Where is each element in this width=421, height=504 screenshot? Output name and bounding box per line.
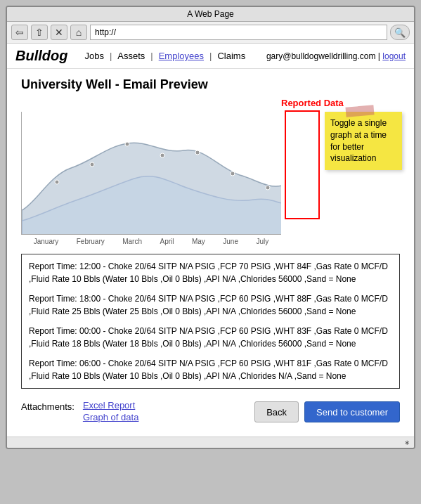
svg-point-4 (195, 150, 200, 155)
title-bar: A Web Page (7, 7, 414, 22)
report-entry-1: Report Time: 12:00 - Choke 20/64 SITP N/… (29, 260, 392, 285)
main-content: University Well - Email Preview (7, 69, 414, 437)
nav-jobs[interactable]: Jobs (79, 49, 109, 63)
report-entry-3: Report Time: 00:00 - Choke 20/64 SITP N/… (29, 325, 392, 350)
x-label-mar: March (122, 238, 142, 245)
x-label-jun: June (223, 238, 238, 245)
forward-nav-button[interactable]: ⇧ (31, 25, 48, 40)
site-nav: Jobs | Assets | Employees | Claims (79, 49, 266, 63)
nav-employees[interactable]: Employees (153, 49, 209, 63)
browser-toolbar: ⇦ ⇧ ✕ ⌂ 🔍 (7, 22, 414, 44)
x-label-jul: July (256, 238, 268, 245)
site-header: Bulldog Jobs | Assets | Employees | Clai… (7, 44, 414, 69)
site-logo: Bulldog (15, 48, 67, 64)
svg-point-0 (55, 180, 59, 184)
browser-window: A Web Page ⇦ ⇧ ✕ ⌂ 🔍 Bulldog Jobs | Asse… (6, 6, 415, 449)
user-info: gary@bulldogwelldrilling.com | logout (266, 51, 406, 61)
attachments-links: Excel Report Graph of data (83, 400, 139, 422)
nav-claims[interactable]: Claims (212, 49, 251, 63)
nav-assets[interactable]: Assets (112, 49, 150, 63)
graph-of-data-link[interactable]: Graph of data (83, 412, 139, 422)
svg-point-3 (160, 153, 164, 157)
home-button[interactable]: ⌂ (70, 25, 87, 40)
report-text-1: Report Time: 12:00 - Choke 20/64 SITP N/… (29, 261, 388, 284)
resize-icon: ∗ (404, 439, 410, 446)
address-input[interactable] (90, 25, 387, 40)
x-label-apr: April (160, 238, 174, 245)
back-button[interactable]: Back (254, 401, 299, 422)
sticky-note-text: Toggle a single graph at a time for bett… (330, 118, 387, 163)
footer-buttons: Back Send to customer (254, 400, 400, 422)
report-text-2: Report Time: 18:00 - Choke 20/64 SITP N/… (29, 294, 388, 316)
report-box: Report Time: 12:00 - Choke 20/64 SITP N/… (21, 254, 400, 389)
x-label-feb: February (77, 238, 105, 245)
svg-point-1 (90, 162, 94, 167)
chart-container: January February March April May June Ju… (21, 98, 400, 245)
back-nav-button[interactable]: ⇦ (11, 25, 28, 40)
svg-point-6 (266, 186, 270, 190)
user-email: gary@bulldogwelldrilling.com (266, 51, 376, 61)
search-button[interactable]: 🔍 (390, 25, 410, 40)
status-bar: ∗ (7, 437, 414, 448)
page-title-bar: A Web Page (187, 9, 234, 19)
report-entry-2: Report Time: 18:00 - Choke 20/64 SITP N/… (29, 292, 392, 318)
excel-report-link[interactable]: Excel Report (83, 400, 139, 411)
reported-data-label: Reported Data (281, 98, 344, 108)
reported-data-box (285, 110, 320, 219)
page-content: Bulldog Jobs | Assets | Employees | Clai… (7, 44, 414, 437)
email-preview-title: University Well - Email Preview (21, 77, 400, 92)
logout-link[interactable]: logout (382, 51, 406, 61)
x-label-may: May (192, 238, 205, 245)
x-label-jan: January (34, 238, 59, 245)
attachments-label: Attachments: (21, 400, 75, 412)
report-entry-4: Report Time: 06:00 - Choke 20/64 SITP N/… (29, 357, 392, 382)
send-to-customer-button[interactable]: Send to customer (304, 401, 400, 422)
svg-point-2 (125, 142, 129, 146)
report-text-4: Report Time: 06:00 - Choke 20/64 SITP N/… (29, 358, 388, 381)
stop-button[interactable]: ✕ (51, 25, 67, 40)
svg-point-5 (231, 172, 235, 176)
sticky-tape (345, 105, 374, 117)
footer-row: Attachments: Excel Report Graph of data … (21, 397, 400, 428)
chart-area (21, 112, 281, 235)
sticky-note: Toggle a single graph at a time for bett… (325, 112, 402, 170)
chart-x-labels: January February March April May June Ju… (21, 238, 281, 245)
report-text-3: Report Time: 00:00 - Choke 20/64 SITP N/… (29, 326, 388, 349)
